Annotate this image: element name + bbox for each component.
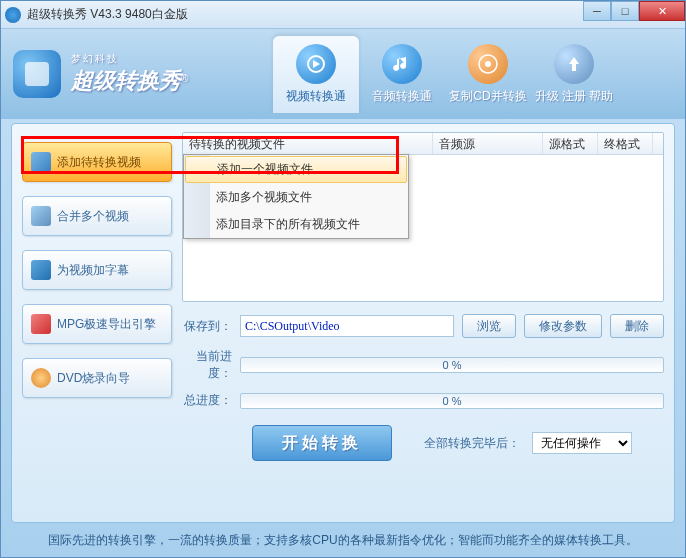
file-table: 待转换的视频文件 音频源 源格式 终格式 添加一个视频文件 添加多个视频文件 添… [182, 132, 664, 302]
cd-icon [468, 44, 508, 84]
nav-audio[interactable]: 音频转换通 [359, 36, 445, 113]
dvd-icon [31, 368, 51, 388]
col-dst[interactable]: 终格式 [598, 133, 653, 154]
col-src[interactable]: 源格式 [543, 133, 598, 154]
logo-title: 超级转换秀 [71, 68, 181, 93]
mpg-icon [31, 314, 51, 334]
nav-upgrade[interactable]: 升级 注册 帮助 [531, 36, 617, 113]
save-to-label: 保存到： [182, 318, 232, 335]
titlebar: 超级转换秀 V43.3 9480白金版 ─ □ ✕ [1, 1, 685, 29]
after-label: 全部转换完毕后： [424, 435, 520, 452]
header: 梦幻科技 超级转换秀® 视频转换通 音频转换通 复制CD并转换 升级 注册 帮助 [1, 29, 685, 119]
maximize-button[interactable]: □ [611, 1, 639, 21]
close-button[interactable]: ✕ [639, 1, 685, 21]
params-button[interactable]: 修改参数 [524, 314, 602, 338]
total-progress-label: 总进度： [182, 392, 232, 409]
video-icon [296, 44, 336, 84]
merge-icon [31, 206, 51, 226]
sidebar-subtitle[interactable]: 为视频加字幕 [22, 250, 172, 290]
sidebar-merge[interactable]: 合并多个视频 [22, 196, 172, 236]
svg-marker-1 [313, 60, 320, 68]
col-audio[interactable]: 音频源 [433, 133, 543, 154]
minimize-button[interactable]: ─ [583, 1, 611, 21]
menu-add-many[interactable]: 添加多个视频文件 [184, 184, 408, 211]
after-select[interactable]: 无任何操作 [532, 432, 632, 454]
svg-point-3 [485, 61, 491, 67]
upgrade-icon [554, 44, 594, 84]
logo-icon [13, 50, 61, 98]
col-file[interactable]: 待转换的视频文件 [183, 133, 433, 154]
total-progress-bar: 0 % [240, 393, 664, 409]
current-progress-label: 当前进度： [182, 348, 232, 382]
sidebar-dvd[interactable]: DVD烧录向导 [22, 358, 172, 398]
context-menu: 添加一个视频文件 添加多个视频文件 添加目录下的所有视频文件 [183, 154, 409, 239]
statusbar: 国际先进的转换引擎，一流的转换质量；支持多核CPU的各种最新指令优化；智能而功能… [11, 529, 675, 551]
logo: 梦幻科技 超级转换秀® [13, 50, 273, 98]
add-icon [31, 152, 51, 172]
menu-add-dir[interactable]: 添加目录下的所有视频文件 [184, 211, 408, 238]
app-icon [5, 7, 21, 23]
music-icon [382, 44, 422, 84]
save-path-input[interactable] [240, 315, 454, 337]
logo-subtitle: 梦幻科技 [71, 52, 188, 66]
start-button[interactable]: 开始转换 [252, 425, 392, 461]
current-progress-bar: 0 % [240, 357, 664, 373]
delete-button[interactable]: 删除 [610, 314, 664, 338]
menu-add-one[interactable]: 添加一个视频文件 [185, 156, 407, 183]
sidebar-mpg[interactable]: MPG极速导出引擎 [22, 304, 172, 344]
sidebar-add-video[interactable]: 添加待转换视频 [22, 142, 172, 182]
subtitle-icon [31, 260, 51, 280]
nav-video[interactable]: 视频转换通 [273, 36, 359, 113]
nav-cd[interactable]: 复制CD并转换 [445, 36, 531, 113]
browse-button[interactable]: 浏览 [462, 314, 516, 338]
